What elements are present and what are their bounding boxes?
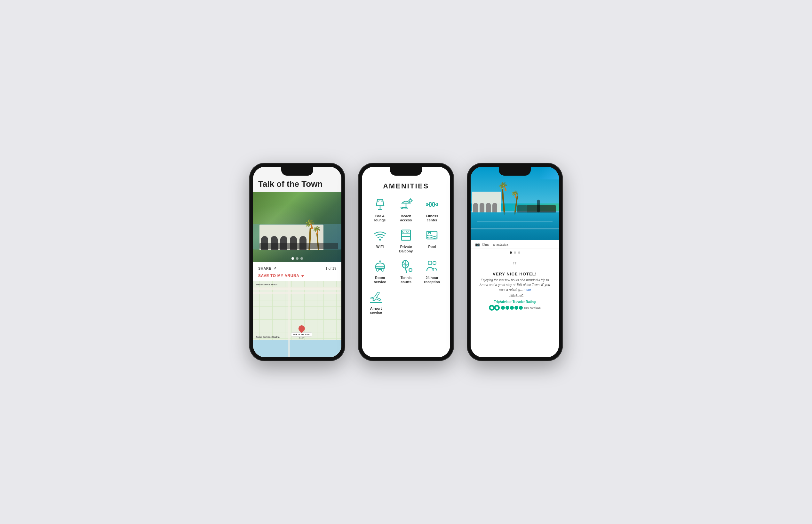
image-dot-2 [514, 251, 516, 254]
phone1-actions: SHARE ↗ 1 of 19 [253, 262, 341, 273]
hotel-title: Talk of the Town [258, 179, 336, 189]
tripadvisor-title: TripAdvisor Traveler Rating [477, 300, 553, 304]
svg-rect-14 [429, 202, 431, 206]
pool-image: 🌴 🌴 [471, 167, 559, 240]
review-text: Enjoying the last few hours of a wonderf… [477, 278, 553, 292]
amenity-bar: Bar &lounge [368, 197, 392, 222]
svg-rect-11 [436, 203, 438, 206]
share-icon: ↗ [273, 266, 277, 271]
phone-1-notch [281, 167, 313, 176]
reviewer-name: – LittleSueC [477, 294, 553, 297]
save-label: SAVE TO MY ARUBA [258, 274, 299, 278]
balcony-label: PrivateBalcony [399, 245, 413, 253]
tripadvisor-rating: 830 Reviews [477, 305, 553, 311]
phone-2-screen: AMENITIES Bar [362, 167, 450, 357]
svg-point-41 [409, 268, 412, 272]
amenities-grid: Bar &lounge [368, 197, 444, 284]
amenities-bottom-row: Airportservice [368, 289, 444, 315]
map-label-beach: Renaissance Beach [256, 283, 277, 286]
svg-rect-15 [433, 202, 435, 206]
phone-3: 🌴 🌴 📷 @my__anast [467, 163, 563, 361]
dot-2 [296, 257, 298, 260]
svg-point-34 [379, 261, 381, 262]
phones-container: Talk of the Town 🌴 [249, 163, 563, 361]
phone-3-screen: 🌴 🌴 📷 @my__anast [471, 167, 559, 357]
svg-point-30 [376, 269, 379, 271]
svg-point-42 [428, 261, 432, 265]
beach-icon [398, 197, 414, 212]
dot-1 [291, 257, 294, 260]
svg-point-3 [409, 199, 412, 202]
instagram-icon: 📷 [475, 242, 480, 247]
quote-mark: " [477, 260, 553, 270]
svg-rect-29 [376, 267, 385, 268]
svg-point-43 [433, 261, 436, 265]
image-dot-1 [510, 251, 512, 254]
wifi-label: WiFi [376, 245, 384, 249]
share-button[interactable]: SHARE ↗ [258, 266, 277, 271]
heart-icon: ♥ [302, 273, 304, 278]
amenity-beach: Beachaccess [394, 197, 418, 222]
tripadvisor-logo [489, 305, 500, 311]
airport-icon [368, 289, 384, 305]
amenity-balcony: PrivateBalcony [394, 227, 418, 253]
fitness-icon [424, 197, 440, 212]
map-label-marina: Aruba Surfside Marina [256, 336, 280, 338]
svg-rect-22 [403, 231, 404, 232]
phone-1-screen: Talk of the Town 🌴 [253, 167, 341, 357]
pin-head [297, 324, 306, 333]
dot-3 [301, 257, 303, 260]
hotel-map[interactable]: Renaissance Beach Aruba Surfside Marina … [253, 281, 341, 357]
review-section: " VERY NICE HOTEL! Enjoying the last few… [471, 256, 559, 357]
balcony-icon [398, 227, 414, 243]
share-label: SHARE [258, 266, 271, 270]
reception-icon [424, 259, 440, 274]
tripadvisor-section: TripAdvisor Traveler Rating [477, 300, 553, 311]
svg-rect-10 [426, 203, 428, 206]
amenities-title: AMENITIES [368, 182, 444, 190]
pool-icon [424, 227, 440, 243]
reception-label: 24 hourreception [424, 276, 440, 284]
tripadvisor-reviews: 830 Reviews [524, 306, 541, 309]
amenity-tennis: Tenniscourts [394, 259, 418, 284]
map-pin: Talk of the Town $104 [291, 325, 312, 339]
airport-label: Airportservice [370, 307, 382, 315]
svg-rect-23 [407, 231, 408, 232]
room-service-icon [372, 259, 388, 274]
fitness-label: Fitnesscenter [426, 214, 438, 222]
tennis-icon [398, 259, 414, 274]
amenity-room-service: Roomservice [368, 259, 392, 284]
amenity-airport: Airportservice [368, 289, 384, 315]
amenity-pool: Pool [420, 227, 444, 253]
image-dot-3 [518, 251, 520, 254]
save-to-aruba-button[interactable]: SAVE TO MY ARUBA ♥ [253, 273, 341, 281]
beach-label: Beachaccess [400, 214, 412, 222]
more-link[interactable]: more [524, 288, 531, 291]
tennis-label: Tenniscourts [401, 276, 412, 284]
pool-label: Pool [428, 245, 436, 249]
bar-label: Bar &lounge [374, 214, 386, 222]
phone-1: Talk of the Town 🌴 [249, 163, 345, 361]
tripadvisor-stars [501, 306, 523, 310]
review-title: VERY NICE HOTEL! [477, 272, 553, 276]
room-service-label: Roomservice [374, 276, 386, 284]
map-price: $104 [299, 337, 304, 339]
svg-line-40 [405, 268, 407, 273]
phone-2: AMENITIES Bar [358, 163, 454, 361]
instagram-bar: 📷 @my__anastasiya [471, 240, 559, 249]
hotel-image: 🌴 🌴 [253, 192, 341, 262]
svg-point-17 [379, 239, 381, 241]
svg-point-31 [381, 269, 384, 271]
review-body: Enjoying the last few hours of a wonderf… [480, 278, 550, 291]
wifi-icon [372, 227, 388, 243]
phone-2-notch [390, 167, 422, 176]
amenity-reception: 24 hourreception [420, 259, 444, 284]
instagram-handle: @my__anastasiya [482, 243, 508, 246]
image-dots [471, 249, 559, 256]
phone-3-notch [499, 167, 531, 176]
bar-icon [372, 197, 388, 212]
amenity-fitness: Fitnesscenter [420, 197, 444, 222]
photo-count: 1 of 19 [325, 266, 336, 270]
amenity-wifi: WiFi [368, 227, 392, 253]
